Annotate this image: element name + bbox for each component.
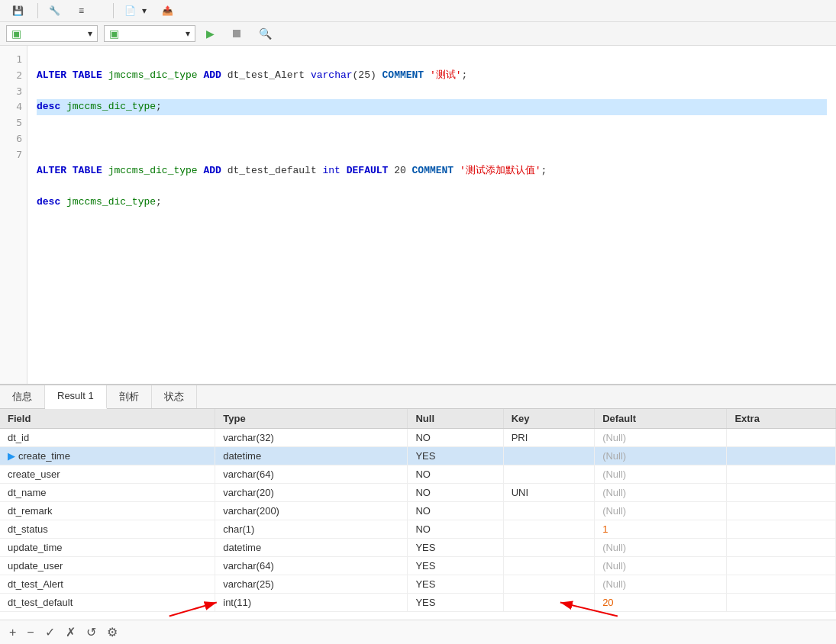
db-select-1[interactable]: ▣ ▾ — [6, 25, 98, 42]
query-builder-button[interactable]: 🔧 — [43, 3, 69, 18]
toolbar-separator-1 — [37, 3, 38, 18]
stop-button[interactable] — [228, 28, 248, 39]
code-editor[interactable]: ALTER TABLE jmccms_dic_type ADD dt_test_… — [27, 46, 836, 384]
cell-default: 20 — [595, 594, 727, 612]
cell-default: (Null) — [595, 502, 727, 520]
cell-null: YES — [408, 447, 503, 465]
tab-info[interactable]: 信息 — [0, 385, 45, 408]
table-row[interactable]: create_uservarchar(64)NO(Null) — [0, 465, 836, 484]
cell-type: varchar(20) — [215, 484, 408, 502]
run-button[interactable]: ▶ — [202, 26, 222, 41]
cell-type: varchar(32) — [215, 429, 408, 447]
code-line-2: desc jmccms_dic_type; — [37, 99, 827, 115]
col-null: Null — [408, 409, 503, 429]
db-icon-2: ▣ — [109, 27, 119, 40]
confirm-button[interactable]: ✓ — [42, 623, 58, 641]
cell-default: (Null) — [595, 557, 727, 575]
db-bar: ▣ ▾ ▣ ▾ ▶ 🔍 — [0, 22, 836, 46]
cancel-button[interactable]: ✗ — [63, 623, 79, 641]
text-dropdown-icon: ▾ — [142, 5, 147, 16]
table-row[interactable]: update_uservarchar(64)YES(Null) — [0, 557, 836, 575]
cell-type: datetime — [215, 447, 408, 465]
text-button[interactable]: 📄 ▾ — [118, 3, 153, 18]
cell-field: dt_name — [0, 484, 215, 502]
cell-extra — [727, 575, 836, 594]
add-row-button[interactable]: + — [6, 624, 19, 641]
cell-key: PRI — [503, 429, 594, 447]
code-segment-button[interactable] — [96, 8, 108, 13]
cell-extra — [727, 520, 836, 539]
play-icon: ▶ — [206, 27, 215, 40]
cell-extra — [727, 484, 836, 502]
result-container[interactable]: Field Type Null Key Default Extra dt_idv… — [0, 409, 836, 620]
cell-extra — [727, 539, 836, 557]
cell-default: 1 — [595, 520, 727, 539]
cell-key — [503, 557, 594, 575]
bottom-panel: 信息 Result 1 剖析 状态 Field Type Null Key De… — [0, 385, 836, 644]
cell-type: varchar(64) — [215, 557, 408, 575]
table-row[interactable]: dt_statuschar(1)NO1 — [0, 520, 836, 539]
cell-key — [503, 520, 594, 539]
table-row[interactable]: dt_test_defaultint(11)YES20 — [0, 594, 836, 612]
table-row[interactable]: update_timedatetimeYES(Null) — [0, 539, 836, 557]
explain-button[interactable]: 🔍 — [254, 26, 279, 41]
col-key: Key — [503, 409, 594, 429]
query-builder-icon: 🔧 — [49, 5, 60, 16]
cell-field: dt_test_Alert — [0, 575, 215, 594]
settings-button[interactable]: ⚙ — [104, 623, 121, 641]
stop-icon — [233, 30, 240, 37]
refresh-button[interactable]: ↺ — [83, 623, 99, 641]
cell-null: YES — [408, 575, 503, 594]
db-dropdown-1: ▾ — [88, 28, 92, 39]
cell-extra — [727, 502, 836, 520]
cell-type: datetime — [215, 539, 408, 557]
cell-field: dt_remark — [0, 502, 215, 520]
tab-status[interactable]: 状态 — [152, 385, 197, 408]
cell-default: (Null) — [595, 429, 727, 447]
cell-key — [503, 539, 594, 557]
table-row[interactable]: dt_test_Alertvarchar(25)YES(Null) — [0, 575, 836, 594]
cell-null: NO — [408, 429, 503, 447]
code-line-5: desc jmccms_dic_type; — [37, 195, 827, 211]
cell-default: (Null) — [595, 575, 727, 594]
cell-key — [503, 447, 594, 465]
remove-row-button[interactable]: − — [24, 624, 37, 641]
cell-key — [503, 594, 594, 612]
save-button[interactable]: 💾 — [6, 3, 33, 18]
cell-null: YES — [408, 557, 503, 575]
result-table: Field Type Null Key Default Extra dt_idv… — [0, 409, 836, 612]
cell-null: NO — [408, 484, 503, 502]
cell-field: dt_test_default — [0, 594, 215, 612]
tab-profile[interactable]: 剖析 — [107, 385, 152, 408]
cell-field: create_user — [0, 465, 215, 484]
cell-field: update_user — [0, 557, 215, 575]
cell-type: varchar(64) — [215, 465, 408, 484]
export-results-button[interactable]: 📤 — [156, 3, 182, 18]
text-icon: 📄 — [124, 5, 136, 16]
cell-type: int(11) — [215, 594, 408, 612]
col-field: Field — [0, 409, 215, 429]
toolbar-separator-2 — [113, 3, 114, 18]
code-line-4: ALTER TABLE jmccms_dic_type ADD dt_test_… — [37, 163, 827, 179]
table-row[interactable]: ▶create_timedatetimeYES(Null) — [0, 447, 836, 465]
cell-extra — [727, 594, 836, 612]
table-row[interactable]: dt_remarkvarchar(200)NO(Null) — [0, 502, 836, 520]
tabs: 信息 Result 1 剖析 状态 — [0, 385, 836, 409]
cell-extra — [727, 465, 836, 484]
table-row[interactable]: dt_namevarchar(20)NOUNI(Null) — [0, 484, 836, 502]
table-row[interactable]: dt_idvarchar(32)NOPRI(Null) — [0, 429, 836, 447]
cell-field: update_time — [0, 539, 215, 557]
tab-result1[interactable]: Result 1 — [45, 385, 107, 409]
export-icon: 📤 — [162, 5, 173, 16]
table-body: dt_idvarchar(32)NOPRI(Null)▶create_timed… — [0, 429, 836, 612]
cell-key — [503, 502, 594, 520]
cell-type: varchar(200) — [215, 502, 408, 520]
editor-area[interactable]: 1 2 3 4 5 6 7 ALTER TABLE jmccms_dic_typ… — [0, 46, 836, 385]
cell-null: YES — [408, 539, 503, 557]
cell-field: ▶create_time — [0, 447, 215, 465]
db-select-2[interactable]: ▣ ▾ — [104, 25, 195, 42]
save-icon: 💾 — [12, 5, 24, 16]
cell-extra — [727, 429, 836, 447]
beautify-sql-button[interactable]: ≡ — [73, 3, 93, 18]
explain-icon: 🔍 — [259, 27, 272, 40]
